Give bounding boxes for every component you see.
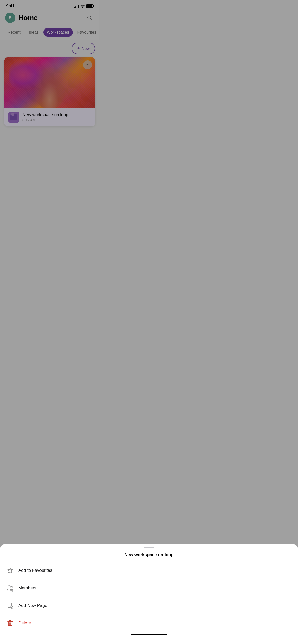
sheet-overlay[interactable] (0, 0, 99, 215)
